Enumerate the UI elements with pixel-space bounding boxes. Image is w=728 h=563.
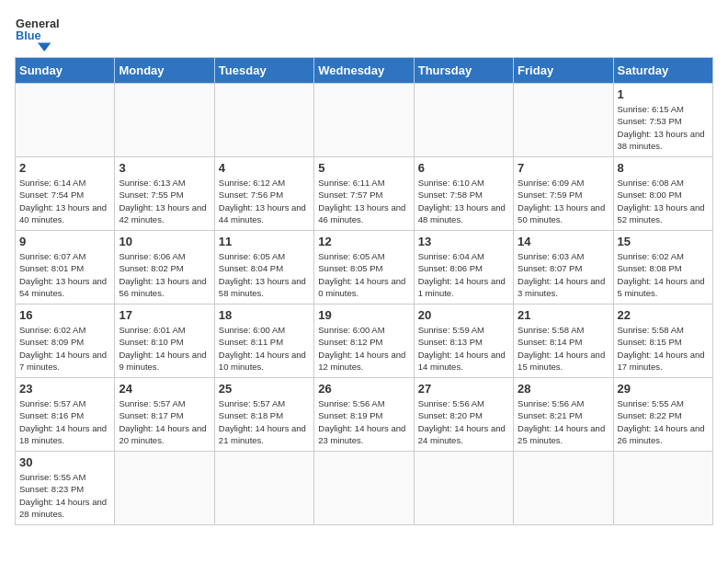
calendar-day: 9Sunrise: 6:07 AM Sunset: 8:01 PM Daylig… <box>16 231 115 304</box>
calendar-day <box>16 84 115 157</box>
day-info: Sunrise: 6:00 AM Sunset: 8:12 PM Dayligh… <box>318 324 409 373</box>
day-number: 20 <box>418 308 509 322</box>
day-number: 6 <box>418 161 509 175</box>
day-info: Sunrise: 6:01 AM Sunset: 8:10 PM Dayligh… <box>119 324 210 373</box>
day-info: Sunrise: 6:00 AM Sunset: 8:11 PM Dayligh… <box>219 324 310 373</box>
svg-marker-2 <box>38 42 51 52</box>
calendar-day: 23Sunrise: 5:57 AM Sunset: 8:16 PM Dayli… <box>16 378 115 452</box>
day-number: 13 <box>418 235 509 248</box>
calendar-day: 3Sunrise: 6:13 AM Sunset: 7:55 PM Daylig… <box>115 157 214 231</box>
calendar-body: 1Sunrise: 6:15 AM Sunset: 7:53 PM Daylig… <box>16 84 713 525</box>
day-info: Sunrise: 6:13 AM Sunset: 7:55 PM Dayligh… <box>119 177 210 225</box>
day-info: Sunrise: 5:55 AM Sunset: 8:23 PM Dayligh… <box>19 471 110 520</box>
calendar-day: 15Sunrise: 6:02 AM Sunset: 8:08 PM Dayli… <box>613 231 712 304</box>
day-info: Sunrise: 5:55 AM Sunset: 8:22 PM Dayligh… <box>618 397 709 446</box>
calendar-day: 17Sunrise: 6:01 AM Sunset: 8:10 PM Dayli… <box>115 304 214 378</box>
calendar-day: 8Sunrise: 6:08 AM Sunset: 8:00 PM Daylig… <box>613 157 712 231</box>
day-info: Sunrise: 5:56 AM Sunset: 8:20 PM Dayligh… <box>418 397 509 446</box>
calendar-day <box>514 452 613 525</box>
day-info: Sunrise: 6:12 AM Sunset: 7:56 PM Dayligh… <box>219 177 310 225</box>
weekday-header-sunday: Sunday <box>16 58 115 84</box>
day-info: Sunrise: 5:58 AM Sunset: 8:15 PM Dayligh… <box>618 324 709 373</box>
calendar-day <box>613 452 712 525</box>
day-info: Sunrise: 5:56 AM Sunset: 8:19 PM Dayligh… <box>318 397 409 446</box>
calendar-week-1: 1Sunrise: 6:15 AM Sunset: 7:53 PM Daylig… <box>16 84 713 157</box>
svg-text:Blue: Blue <box>16 29 41 42</box>
day-number: 25 <box>219 382 310 396</box>
day-number: 22 <box>618 308 709 322</box>
calendar-header: SundayMondayTuesdayWednesdayThursdayFrid… <box>16 58 713 84</box>
weekday-header-thursday: Thursday <box>414 58 513 84</box>
calendar-day <box>514 84 613 157</box>
weekday-header-saturday: Saturday <box>613 58 712 84</box>
calendar-day <box>115 452 214 525</box>
calendar-day: 2Sunrise: 6:14 AM Sunset: 7:54 PM Daylig… <box>16 157 115 231</box>
day-info: Sunrise: 5:57 AM Sunset: 8:16 PM Dayligh… <box>19 397 110 446</box>
calendar-day: 21Sunrise: 5:58 AM Sunset: 8:14 PM Dayli… <box>514 304 613 378</box>
day-number: 23 <box>19 382 110 396</box>
calendar-day: 10Sunrise: 6:06 AM Sunset: 8:02 PM Dayli… <box>115 231 214 304</box>
general-blue-logo: General Blue <box>15 15 61 52</box>
day-info: Sunrise: 6:11 AM Sunset: 7:57 PM Dayligh… <box>318 177 409 225</box>
weekday-header-wednesday: Wednesday <box>314 58 414 84</box>
calendar-day: 14Sunrise: 6:03 AM Sunset: 8:07 PM Dayli… <box>514 231 613 304</box>
calendar-day: 4Sunrise: 6:12 AM Sunset: 7:56 PM Daylig… <box>214 157 313 231</box>
day-info: Sunrise: 6:05 AM Sunset: 8:04 PM Dayligh… <box>219 250 310 299</box>
calendar-day: 1Sunrise: 6:15 AM Sunset: 7:53 PM Daylig… <box>613 84 712 157</box>
day-info: Sunrise: 5:57 AM Sunset: 8:17 PM Dayligh… <box>119 397 210 446</box>
calendar-day: 24Sunrise: 5:57 AM Sunset: 8:17 PM Dayli… <box>115 378 214 452</box>
calendar-week-4: 16Sunrise: 6:02 AM Sunset: 8:09 PM Dayli… <box>16 304 713 378</box>
weekday-row: SundayMondayTuesdayWednesdayThursdayFrid… <box>16 58 713 84</box>
day-number: 12 <box>318 235 409 248</box>
day-number: 4 <box>219 161 310 175</box>
calendar-day: 12Sunrise: 6:05 AM Sunset: 8:05 PM Dayli… <box>314 231 414 304</box>
calendar-day: 25Sunrise: 5:57 AM Sunset: 8:18 PM Dayli… <box>214 378 313 452</box>
weekday-header-tuesday: Tuesday <box>214 58 313 84</box>
day-number: 9 <box>19 235 110 248</box>
day-info: Sunrise: 5:56 AM Sunset: 8:21 PM Dayligh… <box>518 397 609 446</box>
calendar-day: 18Sunrise: 6:00 AM Sunset: 8:11 PM Dayli… <box>214 304 313 378</box>
day-info: Sunrise: 5:57 AM Sunset: 8:18 PM Dayligh… <box>219 397 310 446</box>
calendar-day <box>414 452 513 525</box>
calendar-week-2: 2Sunrise: 6:14 AM Sunset: 7:54 PM Daylig… <box>16 157 713 231</box>
day-number: 24 <box>119 382 210 396</box>
logo: General Blue <box>15 15 61 52</box>
day-number: 15 <box>618 235 709 248</box>
day-info: Sunrise: 5:58 AM Sunset: 8:14 PM Dayligh… <box>518 324 609 373</box>
calendar-day: 26Sunrise: 5:56 AM Sunset: 8:19 PM Dayli… <box>314 378 414 452</box>
day-info: Sunrise: 6:14 AM Sunset: 7:54 PM Dayligh… <box>19 177 110 225</box>
day-number: 21 <box>518 308 609 322</box>
day-number: 5 <box>318 161 409 175</box>
day-number: 19 <box>318 308 409 322</box>
day-number: 28 <box>518 382 609 396</box>
calendar-day: 30Sunrise: 5:55 AM Sunset: 8:23 PM Dayli… <box>16 452 115 525</box>
day-info: Sunrise: 6:02 AM Sunset: 8:09 PM Dayligh… <box>19 324 110 373</box>
day-info: Sunrise: 6:02 AM Sunset: 8:08 PM Dayligh… <box>618 250 709 299</box>
day-number: 11 <box>219 235 310 248</box>
day-number: 7 <box>518 161 609 175</box>
calendar-day: 6Sunrise: 6:10 AM Sunset: 7:58 PM Daylig… <box>414 157 513 231</box>
calendar-day <box>214 452 313 525</box>
day-number: 16 <box>19 308 110 322</box>
calendar-day: 13Sunrise: 6:04 AM Sunset: 8:06 PM Dayli… <box>414 231 513 304</box>
calendar-week-5: 23Sunrise: 5:57 AM Sunset: 8:16 PM Dayli… <box>16 378 713 452</box>
calendar-day: 19Sunrise: 6:00 AM Sunset: 8:12 PM Dayli… <box>314 304 414 378</box>
calendar-day: 5Sunrise: 6:11 AM Sunset: 7:57 PM Daylig… <box>314 157 414 231</box>
calendar-day <box>414 84 513 157</box>
day-number: 2 <box>19 161 110 175</box>
day-number: 3 <box>119 161 210 175</box>
day-info: Sunrise: 6:04 AM Sunset: 8:06 PM Dayligh… <box>418 250 509 299</box>
calendar-day: 20Sunrise: 5:59 AM Sunset: 8:13 PM Dayli… <box>414 304 513 378</box>
calendar-day <box>314 452 414 525</box>
day-number: 10 <box>119 235 210 248</box>
day-info: Sunrise: 6:08 AM Sunset: 8:00 PM Dayligh… <box>618 177 709 225</box>
day-info: Sunrise: 6:07 AM Sunset: 8:01 PM Dayligh… <box>19 250 110 299</box>
calendar-table: SundayMondayTuesdayWednesdayThursdayFrid… <box>15 57 713 525</box>
day-info: Sunrise: 6:09 AM Sunset: 7:59 PM Dayligh… <box>518 177 609 225</box>
day-number: 14 <box>518 235 609 248</box>
day-info: Sunrise: 6:15 AM Sunset: 7:53 PM Dayligh… <box>618 103 709 152</box>
calendar-day: 29Sunrise: 5:55 AM Sunset: 8:22 PM Dayli… <box>613 378 712 452</box>
weekday-header-monday: Monday <box>115 58 214 84</box>
day-info: Sunrise: 6:05 AM Sunset: 8:05 PM Dayligh… <box>318 250 409 299</box>
page-header: General Blue <box>15 15 713 52</box>
